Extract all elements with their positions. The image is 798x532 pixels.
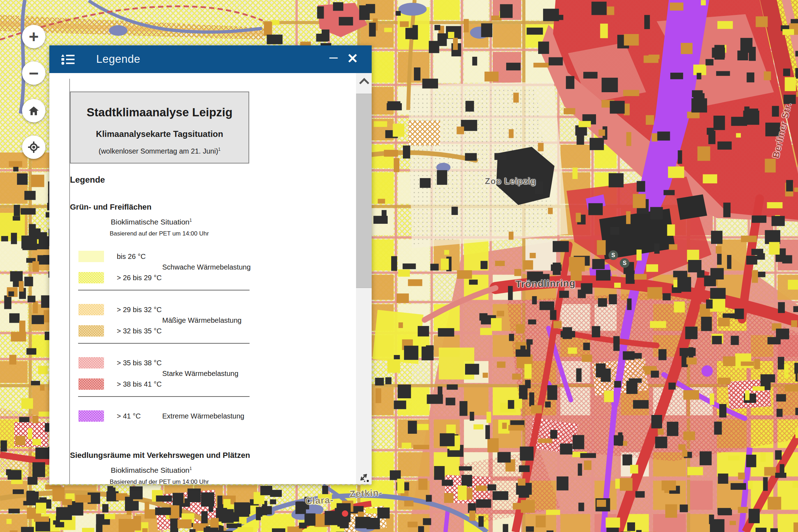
chevron-up-icon bbox=[359, 78, 369, 88]
legend-color-swatch bbox=[78, 304, 104, 315]
legend-section: Siedlungsräume mit Verkehrswegen und Plä… bbox=[70, 451, 252, 484]
legend-color-swatch bbox=[78, 251, 104, 262]
legend-entry: > 32 bis 35 °C bbox=[70, 325, 252, 337]
legend-section-subtitle: Bioklimatische Situation1 bbox=[111, 218, 252, 226]
legend-panel-header[interactable]: Legende – ✕ bbox=[49, 45, 372, 73]
legend-group: > 41 °CExtreme Wärmebelastung bbox=[70, 410, 252, 422]
superscript-1: 1 bbox=[190, 466, 192, 471]
zoom-out-button[interactable]: − bbox=[22, 61, 45, 85]
legend-section-note: Basierend auf der PET um 14:00 Uhr bbox=[110, 478, 252, 484]
legend-heading: Legende bbox=[70, 175, 252, 185]
legend-group-label: Starke Wärmebelastung bbox=[162, 370, 239, 378]
legend-section-title: Siedlungsräume mit Verkehrswegen und Plä… bbox=[70, 451, 252, 460]
legend-group-label: Extreme Wärmebelastung bbox=[162, 412, 244, 420]
plus-icon: + bbox=[29, 27, 39, 46]
legend-panel: Legende – ✕ Stadtklimaanalyse Leipzig Kl… bbox=[49, 45, 372, 484]
legend-group: > 35 bis 38 °C> 38 bis 41 °CStarke Wärme… bbox=[70, 357, 252, 390]
minus-icon: − bbox=[29, 63, 39, 83]
legend-panel-content: Stadtklimaanalyse Leipzig Klimaanalyseka… bbox=[49, 73, 372, 484]
legend-entry-label: > 41 °C bbox=[117, 412, 141, 420]
legend-group: bis 26 °C> 26 bis 29 °CSchwache Wärmebel… bbox=[70, 251, 252, 283]
legend-entry-label: > 29 bis 32 °C bbox=[117, 306, 162, 314]
close-icon[interactable]: ✕ bbox=[347, 51, 372, 68]
home-icon bbox=[28, 105, 39, 116]
legend-divider bbox=[78, 396, 250, 397]
superscript-1: 1 bbox=[190, 218, 192, 223]
legend-section-note: Basierend auf der PET um 14:00 Uhr bbox=[110, 230, 252, 237]
legend-entry: > 38 bis 41 °C bbox=[70, 378, 252, 390]
legend-entry: > 35 bis 38 °C bbox=[70, 357, 252, 368]
locate-me-button[interactable] bbox=[22, 135, 45, 159]
legend-entry-label: > 35 bis 38 °C bbox=[117, 359, 162, 367]
panel-title: Legende bbox=[96, 53, 140, 66]
legend-entry-label: > 38 bis 41 °C bbox=[117, 380, 162, 388]
locate-icon bbox=[28, 141, 40, 153]
legend-color-swatch bbox=[78, 410, 104, 422]
scrollbar-thumb[interactable] bbox=[356, 94, 372, 288]
legend-section-subtitle: Bioklimatische Situation1 bbox=[111, 466, 252, 475]
legend-sections: Grün- und FreiflächenBioklimatische Situ… bbox=[70, 203, 252, 484]
legend-entry: bis 26 °C bbox=[70, 251, 252, 262]
legend-note: (wolkenloser Sommertag am 21. Juni)1 bbox=[71, 139, 248, 155]
legend-color-swatch bbox=[78, 272, 104, 283]
legend-entry-label: > 32 bis 35 °C bbox=[117, 327, 162, 335]
legend-group-label: Mäßige Wärmebelastung bbox=[162, 316, 241, 325]
legend-color-swatch bbox=[78, 378, 104, 390]
minimize-button[interactable]: – bbox=[329, 51, 347, 67]
legend-color-swatch bbox=[78, 357, 104, 368]
legend-main-title: Stadtklimaanalyse Leipzig bbox=[71, 92, 248, 119]
legend-group: > 29 bis 32 °C> 32 bis 35 °CMäßige Wärme… bbox=[70, 304, 252, 337]
scroll-up-button[interactable] bbox=[356, 73, 372, 89]
scrollbar-track[interactable] bbox=[356, 73, 372, 484]
legend-list-icon bbox=[61, 53, 75, 65]
legend-divider bbox=[78, 343, 250, 344]
legend-divider bbox=[78, 290, 250, 290]
legend-entry: > 29 bis 32 °C bbox=[70, 304, 252, 315]
legend-subtitle: Klimaanalysekarte Tagsituation bbox=[71, 119, 248, 139]
superscript-1: 1 bbox=[218, 147, 221, 152]
legend-section: Grün- und FreiflächenBioklimatische Situ… bbox=[70, 203, 252, 422]
resize-handle-icon[interactable] bbox=[357, 471, 370, 483]
legend-section-title: Grün- und Freiflächen bbox=[70, 203, 252, 212]
zoom-in-button[interactable]: + bbox=[22, 25, 45, 48]
legend-group-label: Schwache Wärmebelastung bbox=[162, 263, 251, 271]
home-extent-button[interactable] bbox=[22, 99, 45, 122]
legend-entry-label: > 26 bis 29 °C bbox=[117, 274, 162, 282]
legend-title-box: Stadtklimaanalyse Leipzig Klimaanalyseka… bbox=[70, 92, 249, 164]
legend-color-swatch bbox=[78, 325, 104, 337]
legend-entry: > 26 bis 29 °C bbox=[70, 272, 252, 283]
legend-entry-label: bis 26 °C bbox=[117, 253, 146, 261]
legend-document: Stadtklimaanalyse Leipzig Klimaanalyseka… bbox=[69, 79, 252, 484]
